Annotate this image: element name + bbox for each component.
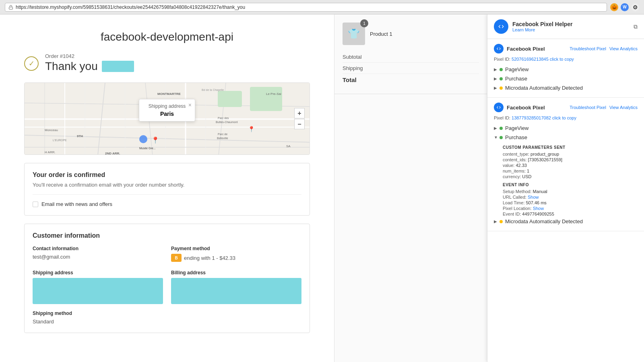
thank-you-text: Thank you bbox=[45, 60, 98, 73]
pixel-1-view-analytics[interactable]: View Analytics bbox=[609, 46, 638, 51]
event-dot-4 bbox=[500, 127, 503, 130]
pixel-1-microdata-label: Microdata Automatically Detected bbox=[505, 85, 583, 91]
payment-label: Payment method bbox=[171, 246, 301, 251]
product-image-wrap: 👕 1 bbox=[343, 23, 365, 45]
svg-text:📍: 📍 bbox=[151, 136, 159, 144]
billing-address-block: Billing address bbox=[171, 270, 301, 304]
confirmed-title: Your order is confirmed bbox=[33, 171, 301, 179]
browser-extension-icons: 🎃 W ⚙ bbox=[610, 3, 639, 11]
param-num-items: num_items: 1 bbox=[503, 168, 638, 174]
pixel-location-show[interactable]: Show bbox=[533, 206, 544, 211]
pixel-1-troubleshoot[interactable]: Troubleshoot Pixel bbox=[570, 46, 606, 51]
svg-text:SA: SA bbox=[286, 144, 291, 148]
shopify-page: facebook-development-api ✓ Order #1042 T… bbox=[0, 14, 334, 362]
extension-icon-2[interactable]: W bbox=[621, 3, 629, 11]
extension-icon-3[interactable]: ⚙ bbox=[631, 3, 639, 11]
pixel-1-links: Troubleshoot Pixel View Analytics bbox=[570, 46, 638, 51]
event-url-called: URL Called: Show bbox=[503, 194, 638, 200]
svg-text:Parc des: Parc des bbox=[218, 117, 229, 119]
order-totals: Subtotal Shipping Total bbox=[343, 51, 479, 86]
order-confirmed-section: Your order is confirmed You'll receive a… bbox=[24, 163, 310, 216]
event-dot-6 bbox=[500, 220, 503, 223]
shipping-address-label: Shipping address bbox=[33, 270, 163, 276]
email-checkbox-input[interactable] bbox=[33, 202, 38, 207]
order-summary-panel: 👕 1 Product 1 Subtotal Shipping Total bbox=[334, 14, 487, 362]
svg-text:📍: 📍 bbox=[248, 126, 255, 133]
map-zoom-out[interactable]: − bbox=[294, 119, 305, 130]
order-number: Order #1042 bbox=[45, 53, 134, 59]
map-popup: × Shipping address Paris bbox=[139, 99, 195, 121]
svg-text:2ND ARR.: 2ND ARR. bbox=[105, 152, 120, 154]
param-content-ids: content_ids: [7305302671559] bbox=[503, 157, 638, 162]
event-toggle-1: ▶ bbox=[494, 67, 497, 72]
product-name: Product 1 bbox=[370, 31, 479, 37]
svg-rect-17 bbox=[218, 91, 242, 107]
pixel-1-pageview-row[interactable]: ▶ PageView bbox=[494, 65, 638, 74]
map-zoom-in[interactable]: + bbox=[294, 108, 305, 119]
svg-point-32 bbox=[139, 135, 147, 143]
billing-address-placeholder bbox=[171, 278, 301, 304]
pixel-2-microdata-row[interactable]: ▶ Microdata Automatically Detected bbox=[494, 217, 638, 226]
event-load-time: Load Time: 507.46 ms bbox=[503, 200, 638, 206]
pixel-1-block: Facebook Pixel Troubleshoot Pixel View A… bbox=[487, 39, 644, 98]
main-layout: facebook-development-api ✓ Order #1042 T… bbox=[0, 14, 644, 362]
pixel-2-block: Facebook Pixel Troubleshoot Pixel View A… bbox=[487, 98, 644, 231]
event-dot-2 bbox=[500, 77, 503, 80]
shipping-label: Shipping bbox=[343, 65, 363, 71]
pixel-1-id: Pixel ID: 520761696213845 click to copy bbox=[494, 57, 638, 62]
email-checkbox-label: Email me with news and offers bbox=[41, 201, 112, 207]
url-text: https://teststore.myshopify.com/59851538… bbox=[16, 4, 245, 10]
contact-label: Contact information bbox=[33, 246, 163, 251]
svg-text:H ARR.: H ARR. bbox=[45, 150, 56, 154]
fb-external-link-icon[interactable]: ⧉ bbox=[634, 23, 638, 30]
lock-icon bbox=[8, 5, 13, 10]
pixel-2-links: Troubleshoot Pixel View Analytics bbox=[570, 105, 638, 110]
url-called-show[interactable]: Show bbox=[528, 195, 539, 200]
check-circle-icon: ✓ bbox=[24, 56, 39, 71]
svg-text:Buttes-Chaumont: Buttes-Chaumont bbox=[216, 121, 238, 123]
fb-logo bbox=[494, 19, 508, 34]
custom-params-title: CUSTOM PARAMETERS SENT bbox=[503, 145, 638, 150]
pixel-2-copy[interactable]: click to copy bbox=[552, 115, 576, 120]
pixel-2-name: Facebook Pixel bbox=[507, 105, 566, 111]
map-container: MONTMARTRE Bd de la Chapelle Le Pre-Sai … bbox=[24, 82, 310, 155]
purchase-event-details: CUSTOM PARAMETERS SENT content_type: pro… bbox=[494, 145, 638, 217]
pixel-2-logo bbox=[494, 103, 504, 112]
browser-chrome: https://teststore.myshopify.com/59851538… bbox=[0, 0, 644, 14]
event-dot-3 bbox=[500, 86, 503, 90]
customer-title: Customer information bbox=[33, 232, 301, 239]
thank-you-line: Thank you bbox=[45, 60, 134, 73]
svg-rect-18 bbox=[250, 87, 282, 111]
confirmed-text: You'll receive a confirmation email with… bbox=[33, 182, 301, 188]
param-currency: currency: USD bbox=[503, 174, 638, 179]
payment-block: Payment method B ending with 1 - $42.33 bbox=[171, 246, 301, 262]
fb-pixel-helper-panel: Facebook Pixel Helper Learn More ⧉ Faceb… bbox=[487, 14, 644, 362]
payment-text: ending with 1 - $42.33 bbox=[184, 255, 235, 261]
pixel-1-microdata-row[interactable]: ▶ Microdata Automatically Detected bbox=[494, 83, 638, 93]
pixel-2-purchase-row[interactable]: ▼ Purchase bbox=[494, 133, 638, 142]
pixel-2-header: Facebook Pixel Troubleshoot Pixel View A… bbox=[494, 103, 638, 112]
svg-text:9TH: 9TH bbox=[77, 134, 83, 138]
map-popup-label: Shipping address bbox=[145, 103, 189, 109]
order-section: ✓ Order #1042 Thank you bbox=[24, 53, 310, 73]
param-value: value: 42.33 bbox=[503, 162, 638, 168]
map-popup-close[interactable]: × bbox=[188, 102, 192, 108]
svg-rect-0 bbox=[9, 7, 13, 9]
fb-panel-header: Facebook Pixel Helper Learn More ⧉ bbox=[487, 14, 644, 39]
fb-learn-more-link[interactable]: Learn More bbox=[512, 27, 630, 32]
pixel-2-pageview-row[interactable]: ▶ PageView bbox=[494, 123, 638, 133]
url-bar[interactable]: https://teststore.myshopify.com/59851538… bbox=[5, 3, 607, 12]
fb-helper-title: Facebook Pixel Helper bbox=[512, 21, 630, 27]
email-checkbox-row: Email me with news and offers bbox=[33, 194, 301, 207]
event-setup-method: Setup Method: Manual bbox=[503, 189, 638, 194]
event-event-id: Event ID: 4497764909255 bbox=[503, 211, 638, 217]
pixel-2-troubleshoot[interactable]: Troubleshoot Pixel bbox=[570, 105, 606, 110]
event-pixel-location: Pixel Location: Show bbox=[503, 206, 638, 211]
extension-icon-1[interactable]: 🎃 bbox=[610, 3, 618, 11]
pixel-2-view-analytics[interactable]: View Analytics bbox=[609, 105, 638, 110]
event-dot-5 bbox=[500, 136, 503, 139]
shipping-method-value: Standard bbox=[33, 319, 301, 325]
pixel-1-purchase-row[interactable]: ▶ Purchase bbox=[494, 74, 638, 83]
contact-email: test@gmail.com bbox=[33, 254, 163, 260]
pixel-1-copy[interactable]: click to copy bbox=[550, 57, 574, 62]
